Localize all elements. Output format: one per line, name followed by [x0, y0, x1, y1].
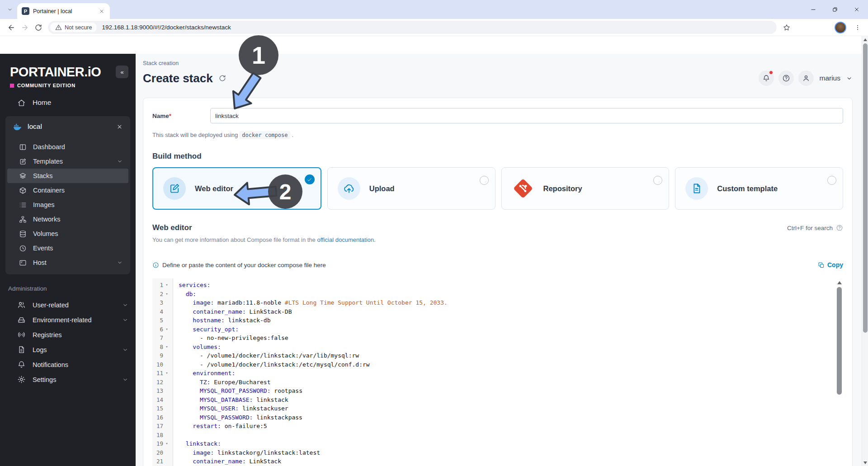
line-number: 16	[152, 413, 163, 422]
chevron-down-icon	[122, 347, 128, 353]
stack-name-input[interactable]	[210, 108, 843, 123]
environment-section: local DashboardTemplatesStacksContainers…	[5, 116, 130, 274]
gutter-line: 2▾	[152, 290, 173, 299]
user-icon	[802, 74, 810, 82]
line-number: 1	[152, 281, 163, 290]
tab-search-icon[interactable]	[5, 4, 15, 15]
sidebar-item-home[interactable]: Home	[0, 94, 136, 112]
search-hint: Ctrl+F for search	[787, 224, 843, 231]
copy-button[interactable]: Copy	[818, 261, 843, 268]
sidebar-item-dashboard[interactable]: Dashboard	[7, 140, 128, 154]
code-line: volumes:	[179, 343, 834, 352]
build-method-repository[interactable]: Repository	[501, 167, 670, 210]
sidebar-item-stacks[interactable]: Stacks	[7, 169, 128, 183]
url-bar[interactable]: Not secure 192.168.1.18:9000/#!/2/docker…	[48, 21, 777, 34]
sidebar-item-settings[interactable]: Settings	[0, 372, 136, 387]
help-button[interactable]	[778, 71, 794, 86]
official-documentation-link[interactable]: official documentation.	[317, 236, 375, 243]
stacks-icon	[19, 172, 27, 180]
build-method-upload[interactable]: Upload	[327, 167, 495, 210]
environment-close-icon[interactable]	[116, 123, 123, 130]
build-method-web-editor[interactable]: Web editor	[152, 167, 321, 210]
sidebar-item-environment-related[interactable]: Environment-related	[0, 312, 136, 327]
sidebar-collapse-button[interactable]: «	[116, 66, 128, 78]
sidebar-item-registries[interactable]: Registries	[0, 327, 136, 342]
browser-tab[interactable]: P Portainer | local	[17, 3, 110, 19]
tab-title: Portainer | local	[33, 8, 94, 14]
title-row: Create stack marius	[143, 71, 853, 86]
code-line: - no-new-privileges:false	[179, 334, 834, 343]
page-top-strip	[0, 36, 868, 54]
chevron-down-icon	[122, 317, 128, 323]
scroll-down-icon[interactable]	[863, 461, 867, 464]
window-controls	[810, 0, 860, 19]
settings-icon	[17, 375, 26, 384]
fold-arrow-icon: ▾	[163, 290, 170, 299]
copy-icon	[818, 262, 825, 268]
user-chevron-down-icon[interactable]	[846, 75, 853, 82]
web-editor-subtext: You can get more information about Compo…	[152, 236, 843, 243]
browser-profile-avatar[interactable]	[835, 22, 846, 33]
gutter-line: 19▾	[152, 439, 173, 448]
page-scrollbar-thumb[interactable]	[863, 43, 868, 333]
name-label: Name*	[152, 113, 210, 119]
user-menu-button[interactable]	[798, 71, 814, 86]
window-close-button[interactable]	[854, 6, 860, 13]
notification-dot	[769, 71, 773, 75]
chevron-down-icon	[117, 259, 123, 266]
forward-button[interactable]	[19, 22, 31, 33]
back-button[interactable]	[5, 22, 17, 33]
reload-button[interactable]	[33, 22, 44, 33]
editor-scrollbar-thumb[interactable]	[837, 287, 842, 395]
sidebar-item-label: Registries	[33, 331, 61, 339]
gutter-line: 21	[152, 457, 173, 466]
file-template-icon	[685, 177, 708, 200]
templates-icon	[19, 158, 27, 165]
compose-code-editor[interactable]: 1▾2▾3456▾78▾91011▾1213141516171819▾2021 …	[152, 278, 843, 466]
chevron-down-icon	[122, 302, 128, 308]
sidebar-item-containers[interactable]: Containers	[7, 183, 128, 198]
bookmark-star-icon[interactable]	[780, 21, 793, 34]
editor-scroll-up-icon[interactable]	[837, 281, 842, 284]
sidebar-item-templates[interactable]: Templates	[7, 154, 128, 169]
environments-icon	[17, 315, 26, 324]
gutter-line: 4	[152, 307, 173, 316]
radio-button[interactable]	[827, 176, 836, 185]
fold-arrow-icon: ▾	[163, 325, 170, 334]
build-method-label: Custom template	[717, 184, 778, 193]
breadcrumb[interactable]: Stack creation	[143, 60, 179, 66]
web-editor-note-row: Define or paste the content of your dock…	[152, 261, 843, 268]
refresh-icon[interactable]	[218, 74, 226, 82]
scroll-up-icon[interactable]	[863, 38, 867, 41]
sidebar-item-logs[interactable]: Logs	[0, 342, 136, 357]
window-restore-button[interactable]	[832, 6, 838, 13]
sidebar-item-events[interactable]: Events	[7, 241, 128, 255]
sidebar-item-label: Dashboard	[33, 143, 65, 151]
build-method-custom-template[interactable]: Custom template	[675, 167, 843, 210]
compose-note: Define or paste the content of your dock…	[152, 262, 326, 268]
gutter-line: 1▾	[152, 281, 173, 290]
not-secure-chip[interactable]: Not secure	[50, 23, 97, 32]
radio-button[interactable]	[480, 176, 489, 185]
radio-button[interactable]	[653, 176, 662, 185]
sidebar-item-label: Host	[33, 259, 47, 266]
sidebar-item-networks[interactable]: Networks	[7, 212, 128, 226]
browser-menu-icon[interactable]	[853, 23, 863, 33]
url-text: 192.168.1.18:9000/#!/2/docker/stacks/new…	[102, 24, 231, 31]
window-minimize-button[interactable]	[810, 6, 816, 13]
code-line: MYSQL_USER: linkstackuser	[179, 404, 834, 413]
user-name[interactable]: marius	[819, 74, 840, 82]
tab-close-icon[interactable]	[98, 8, 105, 15]
sidebar-item-user-related[interactable]: User-related	[0, 297, 136, 312]
create-stack-card: Name* This stack will be deployed usingd…	[143, 98, 853, 466]
environment-header[interactable]: local	[5, 116, 130, 137]
notifications-button[interactable]	[759, 71, 774, 86]
sidebar-item-images[interactable]: Images	[7, 198, 128, 212]
fold-arrow-icon: ▾	[163, 369, 170, 378]
line-number: 10	[152, 360, 163, 369]
line-number: 5	[152, 316, 163, 325]
sidebar-item-notifications[interactable]: Notifications	[0, 357, 136, 372]
sidebar-item-host[interactable]: Host	[7, 255, 128, 270]
sidebar-item-volumes[interactable]: Volumes	[7, 226, 128, 241]
code-line: linkstack:	[179, 439, 834, 448]
